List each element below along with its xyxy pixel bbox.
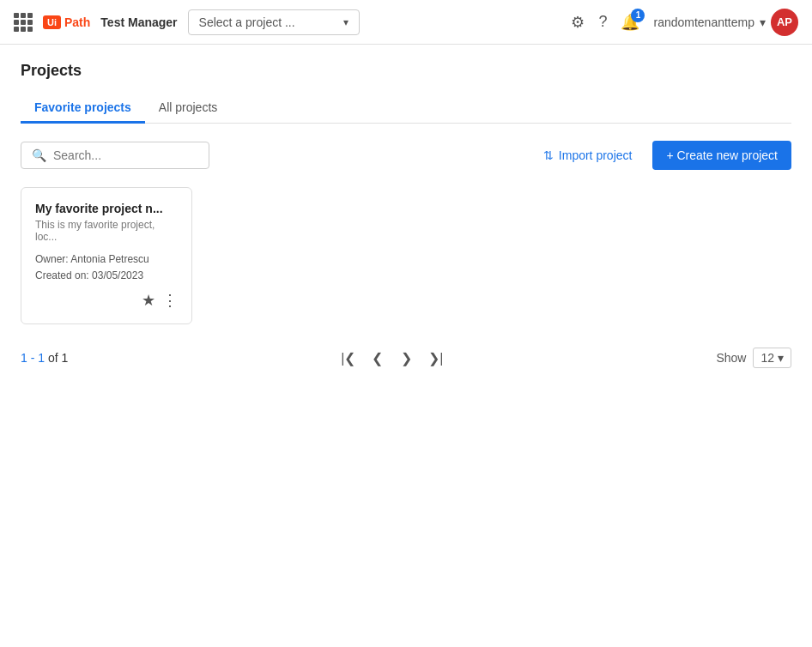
user-menu[interactable]: randomtenanttemp ▾ AP	[653, 9, 798, 36]
show-count-dropdown[interactable]: 12 ▾	[753, 348, 791, 368]
create-label: + Create new project	[666, 148, 778, 162]
tab-all-projects[interactable]: All projects	[145, 94, 231, 124]
toolbar: 🔍 ⇅ Import project + Create new project	[21, 141, 791, 170]
favorite-star-icon[interactable]: ★	[142, 291, 155, 310]
card-created: Created on: 03/05/2023	[35, 268, 178, 284]
prev-page-button[interactable]: ❮	[365, 345, 391, 371]
card-content: My favorite project n... This is my favo…	[35, 202, 178, 284]
notification-badge: 1	[631, 9, 645, 22]
tabs-bar: Favorite projects All projects	[21, 94, 791, 124]
header: Ui Path Test Manager Select a project ..…	[0, 0, 812, 45]
notification-icon[interactable]: 🔔 1	[621, 13, 639, 32]
page-total: 1	[61, 351, 68, 365]
project-card[interactable]: My favorite project n... This is my favo…	[21, 187, 192, 324]
show-count-value: 12	[760, 351, 774, 365]
grid-menu-icon[interactable]	[14, 13, 33, 32]
page-range-info: 1 - 1 of 1	[21, 351, 68, 365]
card-owner: Owner: Antonia Petrescu	[35, 251, 178, 268]
import-project-button[interactable]: ⇅ Import project	[533, 142, 643, 169]
logo-ui-box: Ui	[43, 15, 61, 29]
avatar: AP	[771, 9, 798, 36]
user-chevron-icon: ▾	[760, 15, 766, 29]
projects-grid: My favorite project n... This is my favo…	[21, 187, 791, 324]
project-select-dropdown[interactable]: Select a project ... ▾	[188, 9, 360, 35]
toolbar-right: ⇅ Import project + Create new project	[533, 141, 791, 170]
import-label: Import project	[559, 148, 633, 162]
page-range: 1 - 1	[21, 351, 45, 365]
show-chevron-icon: ▾	[778, 351, 784, 365]
show-section: Show 12 ▾	[716, 348, 791, 368]
help-icon[interactable]: ?	[598, 13, 607, 31]
logo: Ui Path	[43, 15, 90, 29]
page-title: Projects	[21, 62, 791, 80]
tab-favorite-projects[interactable]: Favorite projects	[21, 94, 145, 124]
search-input[interactable]	[53, 148, 198, 162]
of-label: of	[48, 351, 62, 365]
card-actions: ★ ⋮	[35, 291, 178, 310]
pagination: 1 - 1 of 1 |❮ ❮ ❯ ❯| Show 12 ▾	[21, 345, 791, 371]
more-options-icon[interactable]: ⋮	[162, 291, 178, 310]
chevron-down-icon: ▾	[343, 16, 348, 28]
page-content: Projects Favorite projects All projects …	[0, 45, 812, 388]
last-page-button[interactable]: ❯|	[423, 345, 449, 371]
search-icon: 🔍	[32, 148, 46, 162]
app-name: Test Manager	[100, 15, 177, 29]
card-description: This is my favorite project, loc...	[35, 219, 178, 243]
header-right: ⚙ ? 🔔 1 randomtenanttemp ▾ AP	[571, 9, 798, 36]
search-box: 🔍	[21, 142, 209, 169]
settings-icon[interactable]: ⚙	[571, 13, 585, 32]
header-left: Ui Path Test Manager	[14, 13, 178, 32]
card-title: My favorite project n...	[35, 202, 178, 215]
first-page-button[interactable]: |❮	[336, 345, 361, 371]
page-navigation: |❮ ❮ ❯ ❯|	[336, 345, 449, 371]
show-label: Show	[716, 351, 746, 365]
next-page-button[interactable]: ❯	[394, 345, 420, 371]
logo-path-text: Path	[64, 15, 90, 29]
import-icon: ⇅	[543, 148, 554, 162]
user-name: randomtenanttemp	[653, 15, 754, 29]
project-select-label: Select a project ...	[199, 15, 295, 29]
create-project-button[interactable]: + Create new project	[652, 141, 791, 170]
